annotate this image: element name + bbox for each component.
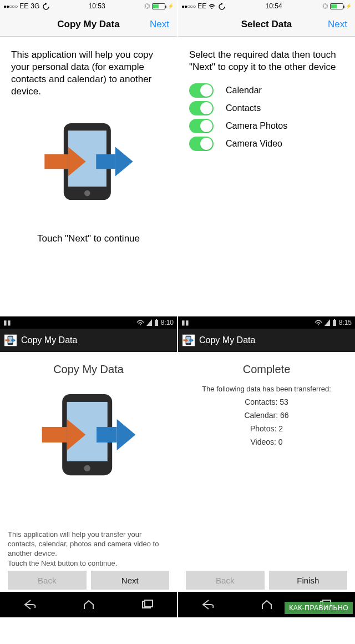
ios-nav-bar: Copy My Data Next xyxy=(0,12,177,37)
toggle-contacts[interactable] xyxy=(189,101,214,115)
svg-point-8 xyxy=(211,8,212,9)
clock: 8:10 xyxy=(161,319,174,326)
toggle-video[interactable] xyxy=(189,137,214,151)
charging-icon: ⚡ xyxy=(168,3,174,9)
toggle-row-video: Camera Video xyxy=(189,137,344,151)
notification-icon: ▮▮ xyxy=(3,319,11,326)
clock: 10:54 xyxy=(266,2,282,10)
battery-icon xyxy=(154,319,159,326)
bluetooth-icon: ⌬ xyxy=(144,2,150,10)
home-nav-icon[interactable] xyxy=(82,599,95,610)
svg-rect-15 xyxy=(145,600,153,607)
result-contacts: Contacts: 53 xyxy=(186,398,347,406)
battery-icon xyxy=(332,319,337,326)
signal-dots-icon: ●●○○○ xyxy=(181,3,195,9)
cell-icon xyxy=(146,319,152,326)
next-button[interactable]: Next xyxy=(328,19,347,30)
recent-nav-icon[interactable] xyxy=(141,599,154,610)
cell-icon xyxy=(324,319,330,326)
app-logo-icon xyxy=(4,334,17,346)
result-photos: Photos: 2 xyxy=(186,424,347,433)
page-title: Copy My Data xyxy=(57,19,119,30)
toggle-row-contacts: Contacts xyxy=(189,101,344,115)
battery-icon xyxy=(152,3,165,9)
sync-icon xyxy=(217,2,225,10)
results-list: Contacts: 53 Calendar: 66 Photos: 2 Vide… xyxy=(186,398,347,446)
clock: 8:15 xyxy=(339,319,352,326)
network-label: 3G xyxy=(31,2,39,10)
toggle-label: Camera Photos xyxy=(226,121,287,131)
svg-rect-19 xyxy=(334,319,335,320)
svg-marker-10 xyxy=(146,319,152,326)
battery-icon xyxy=(330,3,343,9)
intro-text: This application will help you transfer … xyxy=(8,530,169,559)
app-logo xyxy=(11,114,166,211)
back-nav-icon[interactable] xyxy=(23,599,37,610)
transferred-label: The following data has been transferred: xyxy=(186,385,347,393)
app-logo xyxy=(8,385,169,486)
svg-point-9 xyxy=(140,324,141,325)
toggle-row-photos: Camera Photos xyxy=(189,119,344,133)
app-logo-icon xyxy=(182,334,195,346)
result-calendar: Calendar: 66 xyxy=(186,411,347,420)
touch-next-hint: Touch the Next button to continue. xyxy=(8,559,169,567)
android-app-bar: Copy My Data xyxy=(178,329,355,352)
touch-next-hint: Touch "Next" to continue xyxy=(11,233,166,244)
toggle-label: Contacts xyxy=(226,103,261,113)
android-status-bar: ▮▮ 8:15 xyxy=(178,316,355,329)
watermark: КАК-ПРАВИЛЬНО xyxy=(285,602,353,614)
toggle-label: Calendar xyxy=(226,85,262,95)
svg-rect-11 xyxy=(155,320,158,326)
wifi-icon xyxy=(315,319,322,326)
back-nav-icon[interactable] xyxy=(201,599,215,610)
app-bar-title: Copy My Data xyxy=(199,335,255,345)
android-status-bar: ▮▮ 8:10 xyxy=(0,316,177,329)
android-nav-bar xyxy=(0,592,177,617)
back-button[interactable]: Back xyxy=(186,571,265,590)
toggle-label: Camera Video xyxy=(226,139,282,149)
svg-rect-12 xyxy=(156,319,157,320)
carrier-label: EE xyxy=(19,2,28,10)
intro-text: Select the required data then touch "Nex… xyxy=(189,49,344,73)
finish-button[interactable]: Finish xyxy=(269,571,348,590)
toggle-photos[interactable] xyxy=(189,119,214,133)
charging-icon: ⚡ xyxy=(346,3,352,9)
clock: 10:53 xyxy=(89,2,105,10)
wifi-icon xyxy=(209,3,215,9)
svg-point-16 xyxy=(318,324,319,325)
ios-nav-bar: Select Data Next xyxy=(178,12,355,37)
back-button[interactable]: Back xyxy=(8,571,87,590)
toggle-row-calendar: Calendar xyxy=(189,83,344,98)
page-title: Copy My Data xyxy=(8,363,169,376)
sync-icon xyxy=(42,2,49,10)
ios-status-bar: ●●○○○ EE 10:54 ⌬ ⚡ xyxy=(178,0,355,12)
wifi-icon xyxy=(136,319,144,326)
svg-marker-17 xyxy=(324,319,330,326)
next-button[interactable]: Next xyxy=(91,571,170,590)
signal-dots-icon: ●●○○○ xyxy=(3,3,17,9)
toggle-calendar[interactable] xyxy=(189,83,214,98)
carrier-label: EE xyxy=(197,2,206,10)
ios-status-bar: ●●○○○ EE 3G 10:53 ⌬ ⚡ xyxy=(0,0,177,12)
page-title: Complete xyxy=(186,363,347,376)
home-nav-icon[interactable] xyxy=(260,599,273,610)
bluetooth-icon: ⌬ xyxy=(322,2,328,10)
result-videos: Videos: 0 xyxy=(186,437,347,446)
svg-rect-18 xyxy=(333,320,336,326)
app-bar-title: Copy My Data xyxy=(21,335,77,345)
next-button[interactable]: Next xyxy=(150,19,169,30)
android-app-bar: Copy My Data xyxy=(0,329,177,352)
intro-text: This application will help you copy your… xyxy=(11,49,166,98)
page-title: Select Data xyxy=(241,19,292,30)
notification-icon: ▮▮ xyxy=(181,319,189,326)
